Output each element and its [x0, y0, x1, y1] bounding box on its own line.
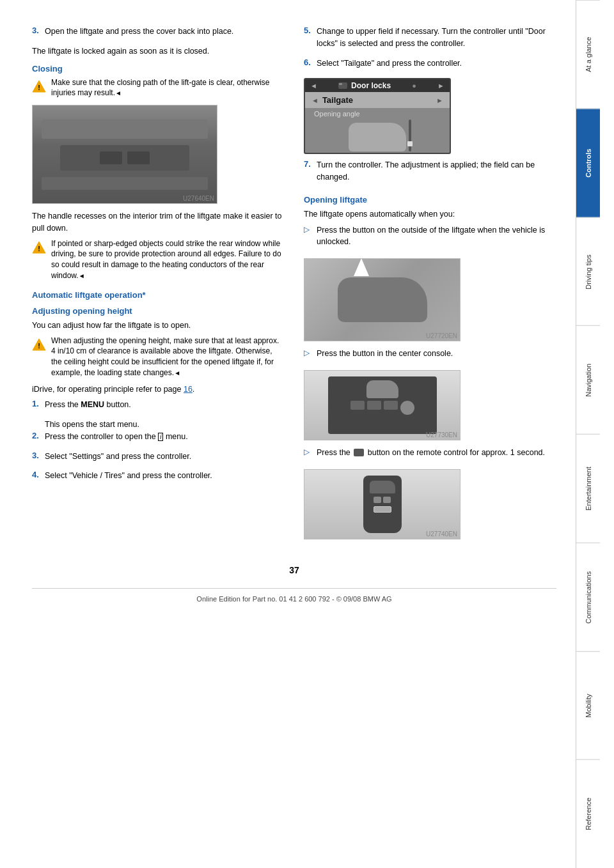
step-1-num: 1. [32, 399, 41, 415]
adjusting-heading: Adjusting opening height [32, 306, 285, 316]
console-row-1 [332, 401, 433, 415]
screen-car-section: Opening angle [305, 108, 450, 153]
auto-liftgate-heading: Automatic liftgate operation* [32, 290, 285, 300]
sidebar: At a glance Controls Driving tips Naviga… [576, 0, 600, 868]
step-2-num: 2. [32, 431, 41, 447]
sidebar-item-controls[interactable]: Controls [576, 109, 600, 217]
warning-triangle-icon-2: ! [32, 241, 46, 254]
page-number: 37 [32, 565, 556, 575]
main-content: 3. Open the liftgate and press the cover… [0, 0, 576, 868]
arrow-item-2: ▷ Press the button in the center console… [304, 348, 556, 364]
step-7-num: 7. [304, 159, 313, 187]
arrow-text-3: Press the button on the remote control f… [317, 447, 545, 459]
step-3-num: 3. [32, 26, 41, 42]
car-open-image: U27720EN [304, 258, 460, 341]
arrow-item-1: ▷ Press the button on the outside of the… [304, 224, 556, 252]
remote-label: U27740EN [426, 531, 457, 538]
page-container: 3. Open the liftgate and press the cover… [0, 0, 614, 868]
remote-btn-2 [383, 497, 391, 503]
screen-top-bar: ◄ Door locks ● ► [305, 79, 450, 92]
step-2-item: 2. Press the controller to open the i me… [32, 431, 285, 447]
sidebar-item-navigation[interactable]: Navigation [576, 325, 600, 434]
step-2-text: Press the controller to open the i menu. [45, 431, 188, 443]
step-4-item: 4. Select "Vehicle / Tires" and press th… [32, 470, 285, 486]
sidebar-item-at-a-glance[interactable]: At a glance [576, 0, 600, 109]
step-5-item: 5. Change to upper field if necessary. T… [304, 26, 556, 54]
step-7-item: 7. Turn the controller. The adjustment i… [304, 159, 556, 187]
sharp-objects-text: If pointed or sharp-edged objects could … [51, 238, 285, 281]
remote-body [363, 476, 402, 533]
screen-title: Door locks [351, 81, 391, 90]
arrow-sym-2: ▷ [304, 348, 313, 357]
car-icon-console [366, 380, 398, 398]
idrive-page-link[interactable]: 16 [184, 385, 193, 394]
opening-liftgate-heading: Opening liftgate [304, 195, 556, 205]
opening-liftgate-intro: The liftgate opens automatically when yo… [304, 208, 556, 221]
console-image: U27730EN [304, 370, 460, 440]
step-3-note: The liftgate is locked again as soon as … [32, 45, 285, 58]
console-btn-2 [367, 401, 381, 410]
closing-warning-text: Make sure that the closing path of the l… [51, 77, 285, 99]
console-label: U27730EN [426, 431, 457, 438]
step-7-text: Turn the controller. The adjustment is a… [317, 159, 556, 183]
sidebar-item-reference[interactable]: Reference [576, 759, 600, 868]
step-3b-num: 3. [32, 451, 41, 467]
screen-tailgate-right: ► [436, 97, 443, 104]
remote-image: U27740EN [304, 469, 460, 539]
screen-right-arrow: ► [437, 82, 445, 89]
sidebar-item-communications[interactable]: Communications [576, 543, 600, 651]
step-6-item: 6. Select "Tailgate" and press the contr… [304, 58, 556, 74]
warning-triangle-icon-3: ! [32, 338, 46, 351]
sidebar-item-mobility[interactable]: Mobility [576, 651, 600, 760]
arrow-text-1: Press the button on the outside of the l… [317, 224, 556, 249]
screen-left-arrow: ◄ [310, 82, 317, 89]
console-body [328, 376, 437, 434]
step-3b-text: Select "Settings" and press the controll… [45, 451, 191, 463]
adjust-intro: You can adjust how far the liftgate is t… [32, 320, 285, 332]
remote-car-icon [370, 481, 395, 493]
svg-text:!: ! [38, 84, 40, 91]
car-silhouette [338, 277, 427, 322]
arrow-sym-3: ▷ [304, 447, 313, 456]
sharp-objects-warning-box: ! If pointed or sharp-edged objects coul… [32, 238, 285, 281]
opening-angle-label: Opening angle [309, 108, 446, 120]
remote-btn-row-1 [374, 497, 391, 503]
step-5-num: 5. [304, 26, 313, 54]
sidebar-item-driving-tips[interactable]: Driving tips [576, 217, 600, 326]
step-4-text: Select "Vehicle / Tires" and press the c… [45, 470, 212, 482]
console-btn-1 [350, 401, 365, 410]
step-4-num: 4. [32, 470, 41, 486]
step-6-num: 6. [304, 58, 313, 74]
left-column: 3. Open the liftgate and press the cover… [32, 26, 285, 546]
warning-triangle-icon: ! [32, 80, 46, 93]
remote-btn-highlighted [374, 506, 391, 513]
door-locks-screen: ◄ Door locks ● ► ◄ Tailgat [304, 78, 451, 154]
console-knob [400, 401, 414, 415]
adjust-warning-box: ! When adjusting the opening height, mak… [32, 336, 285, 378]
closing-heading: Closing [32, 64, 285, 74]
remote-btn-row-2 [374, 506, 391, 513]
step-1-item: 1. Press the MENU button. [32, 399, 285, 415]
image1-caption: The handle recesses on the interior trim… [32, 210, 285, 235]
arrow-sym-1: ▷ [304, 225, 313, 234]
remote-btn-1 [374, 497, 381, 503]
arrow-text-2: Press the button in the center console. [317, 348, 453, 360]
two-col-layout: 3. Open the liftgate and press the cover… [32, 26, 556, 546]
step-1-text: Press the MENU button. [45, 399, 131, 411]
closing-warning-box: ! Make sure that the closing path of the… [32, 77, 285, 99]
right-column: 5. Change to upper field if necessary. T… [304, 26, 556, 546]
arrow-item-3: ▷ Press the button on the remote control… [304, 447, 556, 463]
svg-text:!: ! [38, 342, 40, 350]
step-1-sub: This opens the start menu. [45, 419, 285, 431]
adjust-warning-text: When adjusting the opening height, make … [51, 336, 285, 378]
sidebar-item-entertainment[interactable]: Entertainment [576, 434, 600, 543]
page-footer-text: Online Edition for Part no. 01 41 2 600 … [32, 588, 556, 609]
idrive-ref: iDrive, for operating principle refer to… [32, 384, 285, 396]
screen-settings-icon: ● [412, 82, 416, 89]
svg-rect-7 [339, 83, 342, 85]
image1-label: U27640EN [183, 195, 214, 202]
step-6-text: Select "Tailgate" and press the controll… [317, 58, 462, 70]
step-3-text: Open the liftgate and press the cover ba… [45, 26, 233, 38]
step-3b-item: 3. Select "Settings" and press the contr… [32, 451, 285, 467]
svg-text:!: ! [38, 245, 40, 252]
